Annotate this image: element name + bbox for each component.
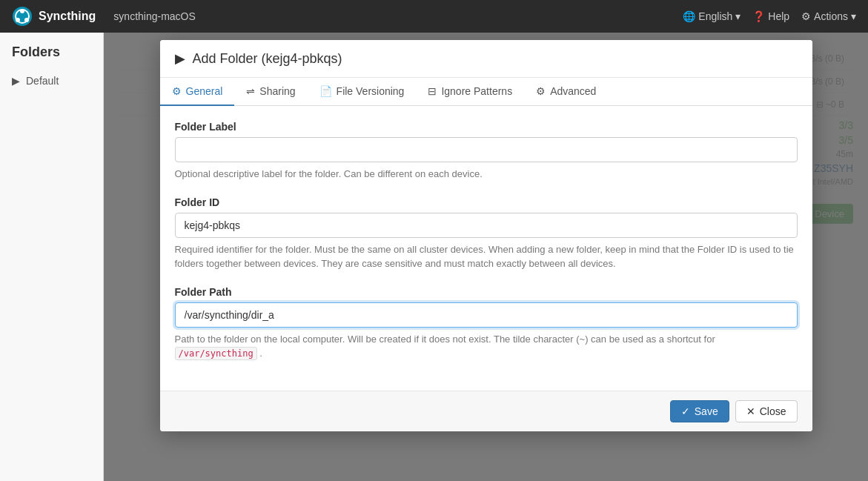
navbar-right: 🌐 English ▾ ❓ Help ⚙ Actions ▾ <box>683 10 856 22</box>
folder-label-help: Optional descriptive label for the folde… <box>175 167 798 182</box>
language-selector[interactable]: 🌐 English ▾ <box>683 10 741 22</box>
main-content: Folders ▶ Default 0 B/s (0 B) 0 B/s (0 B… <box>0 33 868 481</box>
save-check-icon: ✓ <box>681 405 690 417</box>
modal-tabs: ⚙ General ⇌ Sharing 📄 File Versioning ⊟ … <box>160 78 812 106</box>
tab-file-versioning-label: File Versioning <box>337 85 405 97</box>
tab-sharing-label: Sharing <box>259 85 295 97</box>
help-label: Help <box>768 10 789 22</box>
svg-point-2 <box>20 9 24 13</box>
folder-path-input[interactable] <box>175 302 798 328</box>
save-label: Save <box>695 405 718 417</box>
sidebar: Folders ▶ Default <box>0 33 104 481</box>
tab-advanced-label: Advanced <box>550 85 596 97</box>
modal-body: Folder Label Optional descriptive label … <box>160 106 812 391</box>
tab-file-versioning-icon: 📄 <box>319 85 332 97</box>
folder-icon: ▶ <box>12 75 20 87</box>
add-folder-modal: ▶ Add Folder (kejg4-pbkqs) ⚙ General ⇌ S… <box>160 40 812 431</box>
folder-path-help-prefix: Path to the folder on the local computer… <box>175 334 715 345</box>
folder-path-help: Path to the folder on the local computer… <box>175 332 798 361</box>
folder-label-group: Folder Label Optional descriptive label … <box>175 121 798 182</box>
navbar: Syncthing syncthing-macOS 🌐 English ▾ ❓ … <box>0 0 868 33</box>
folder-label-label: Folder Label <box>175 121 798 133</box>
folder-header-icon: ▶ <box>175 50 185 67</box>
actions-dropdown-icon: ▾ <box>851 10 856 22</box>
close-label: Close <box>760 405 786 417</box>
tab-advanced-icon: ⚙ <box>536 85 546 97</box>
tab-general-label: General <box>186 85 223 97</box>
gear-icon: ⚙ <box>801 10 811 22</box>
sidebar-item-label: Default <box>26 75 59 87</box>
tab-sharing-icon: ⇌ <box>246 85 255 97</box>
folder-path-help-suffix: . <box>259 348 262 359</box>
modal-header: ▶ Add Folder (kejg4-pbkqs) <box>160 40 812 78</box>
tab-general-icon: ⚙ <box>172 85 182 97</box>
folder-path-code: /var/syncthing <box>175 347 257 360</box>
folder-id-label: Folder ID <box>175 196 798 208</box>
actions-button[interactable]: ⚙ Actions ▾ <box>801 10 856 22</box>
tab-file-versioning[interactable]: 📄 File Versioning <box>308 78 417 106</box>
actions-label: Actions <box>814 10 848 22</box>
tab-ignore-patterns-icon: ⊟ <box>428 85 437 97</box>
tab-sharing[interactable]: ⇌ Sharing <box>234 78 307 106</box>
folder-id-group: Folder ID Required identifier for the fo… <box>175 196 798 271</box>
help-icon: ❓ <box>752 10 765 22</box>
save-button[interactable]: ✓ Save <box>670 400 729 422</box>
modal-footer: ✓ Save ✕ Close <box>160 391 812 431</box>
modal-title: Add Folder (kejg4-pbkqs) <box>193 51 342 67</box>
folder-path-group: Folder Path Path to the folder on the lo… <box>175 286 798 361</box>
tab-ignore-patterns[interactable]: ⊟ Ignore Patterns <box>416 78 524 106</box>
folder-label-input[interactable] <box>175 137 798 162</box>
folder-id-help: Required identifier for the folder. Must… <box>175 242 798 271</box>
svg-point-3 <box>24 18 29 22</box>
folders-title: Folders <box>0 44 103 69</box>
brand-name: Syncthing <box>39 10 96 23</box>
tab-advanced[interactable]: ⚙ Advanced <box>524 78 608 106</box>
device-name: syncthing-macOS <box>113 10 195 22</box>
tab-ignore-patterns-label: Ignore Patterns <box>441 85 512 97</box>
brand[interactable]: Syncthing <box>12 6 96 27</box>
close-x-icon: ✕ <box>746 405 755 417</box>
tab-general[interactable]: ⚙ General <box>160 78 235 106</box>
sidebar-item-default[interactable]: ▶ Default <box>0 69 103 93</box>
globe-icon: 🌐 <box>683 10 695 22</box>
svg-point-4 <box>16 18 20 22</box>
modal-overlay: ▶ Add Folder (kejg4-pbkqs) ⚙ General ⇌ S… <box>104 33 868 481</box>
help-button[interactable]: ❓ Help <box>752 10 789 22</box>
syncthing-logo <box>12 6 33 27</box>
page-content: 0 B/s (0 B) 0 B/s (0 B) □ 0 🗀 0 ⊟ ~0 B 3… <box>104 33 868 481</box>
language-label: English <box>698 10 732 22</box>
folder-path-label: Folder Path <box>175 286 798 298</box>
language-dropdown-icon: ▾ <box>735 10 741 22</box>
close-button[interactable]: ✕ Close <box>735 400 798 422</box>
folder-id-input[interactable] <box>175 213 798 238</box>
